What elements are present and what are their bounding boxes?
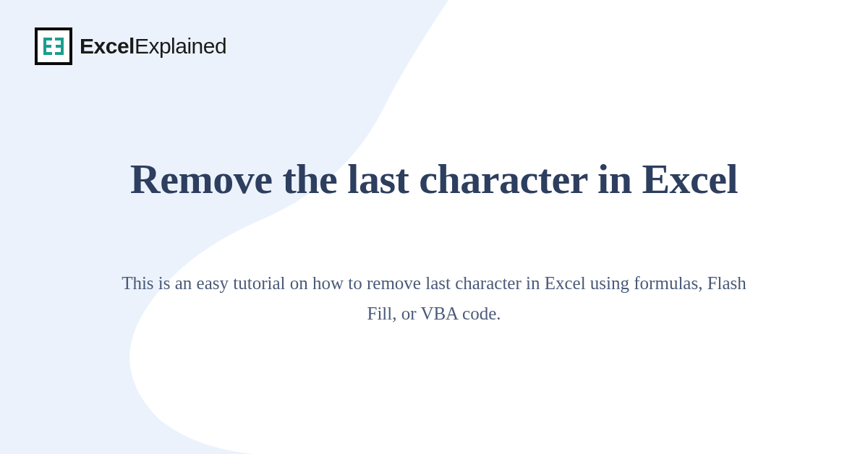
page-title: Remove the last character in Excel: [130, 155, 738, 203]
content-area: Remove the last character in Excel This …: [0, 0, 868, 454]
page-subtitle: This is an easy tutorial on how to remov…: [116, 268, 752, 328]
